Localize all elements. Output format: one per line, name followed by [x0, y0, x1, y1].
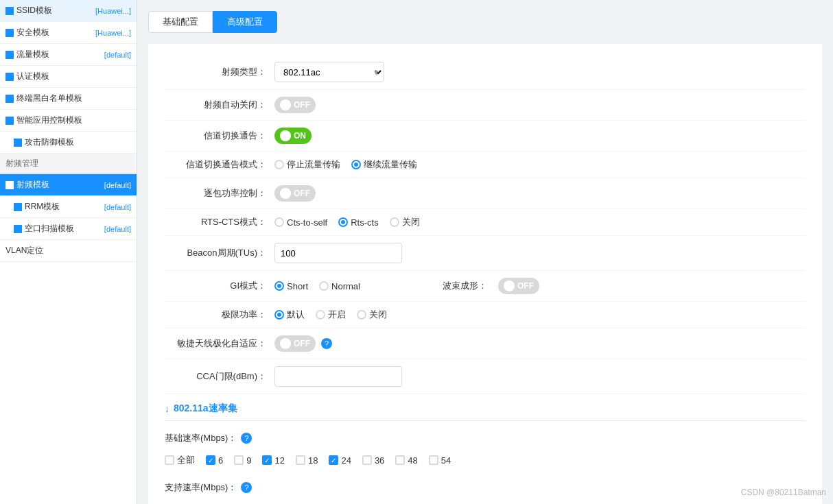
sidebar-item-blackwhite[interactable]: 终端黑白名单模板 — [0, 88, 137, 110]
control-beacon — [274, 243, 806, 263]
help-icon-antenna[interactable]: ? — [321, 338, 332, 349]
row-beacon: Beacon周期(TUs)： — [165, 236, 806, 271]
input-beacon[interactable] — [274, 243, 402, 263]
tab-bar: 基础配置 高级配置 — [148, 11, 822, 33]
square-icon-5 — [5, 95, 14, 103]
input-cca[interactable] — [274, 366, 402, 387]
rate-section-header[interactable]: ↓ 802.11a速率集 — [165, 394, 806, 420]
radio-group-rts-cts: Cts-to-self Rts-cts 关闭 — [274, 216, 420, 228]
radio-management-header: 射频管理 — [0, 154, 137, 174]
control-radio-type: 802.11ac — [274, 62, 806, 82]
label-channel-notify: 信道切换通告： — [165, 130, 274, 142]
cb-box-basic-6 — [206, 455, 215, 465]
content-area: 基础配置 高级配置 射频类型： 802.11ac — [137, 0, 833, 504]
sidebar-label-scan: 空口扫描模板 — [25, 223, 74, 235]
basic-rate-row: 全部 6 9 — [165, 450, 806, 470]
cb-basic-all[interactable]: 全部 — [165, 454, 195, 466]
tab-basic[interactable]: 基础配置 — [148, 11, 213, 33]
label-channel-switch-mode: 信道切换通告模式： — [165, 158, 274, 171]
support-rate-label: 支持速率(Mbps)： ? — [165, 476, 806, 499]
label-max-power: 极限功率： — [165, 309, 274, 321]
cb-basic-54[interactable]: 54 — [429, 455, 451, 466]
radio-enable[interactable]: 开启 — [316, 309, 346, 321]
label-gi: GI模式： — [165, 280, 274, 292]
cb-basic-6[interactable]: 6 — [206, 455, 223, 466]
control-gi: Short Normal 波束成形： OFF — [274, 278, 806, 294]
main-content: 基础配置 高级配置 射频类型： 802.11ac — [137, 0, 833, 504]
cb-basic-48[interactable]: 48 — [395, 455, 417, 466]
sidebar-label-radio-template: 射频模板 — [16, 179, 49, 191]
radio-close[interactable]: 关闭 — [390, 216, 420, 228]
radio-circle-close — [390, 217, 399, 227]
sidebar-badge-security: [Huawei...] — [95, 29, 131, 37]
select-radio-type[interactable]: 802.11ac — [274, 62, 384, 82]
radio-short[interactable]: Short — [274, 281, 308, 291]
form-section: 射频类型： 802.11ac 射频自动关闭： — [148, 44, 822, 504]
radio-stop-traffic[interactable]: 停止流量传输 — [274, 158, 340, 171]
help-icon-support-rate[interactable]: ? — [241, 482, 252, 493]
sidebar-item-radio-template[interactable]: 射频模板 [default] — [0, 174, 137, 196]
label-cca: CCA门限(dBm)： — [165, 370, 274, 383]
sidebar-label-blackwhite: 终端黑白名单模板 — [16, 93, 82, 104]
sidebar-item-appcontrol[interactable]: 智能应用控制模板 — [0, 110, 137, 132]
cb-basic-24[interactable]: 24 — [329, 455, 351, 466]
radio-normal[interactable]: Normal — [319, 281, 360, 291]
toggle-dot-beam — [504, 280, 515, 291]
sidebar-item-security[interactable]: 安全模板 [Huawei...] — [0, 22, 137, 44]
label-beam: 波束成形： — [443, 280, 487, 292]
cb-basic-9[interactable]: 9 — [234, 455, 251, 466]
sidebar-label-security: 安全模板 — [16, 27, 49, 38]
cb-basic-36[interactable]: 36 — [362, 455, 384, 466]
radio-disable[interactable]: 关闭 — [357, 309, 387, 321]
cb-basic-18[interactable]: 18 — [296, 455, 318, 466]
sidebar-badge-traffic: [default] — [104, 51, 131, 59]
toggle-dot-3 — [280, 188, 291, 199]
cb-box-basic-36 — [362, 455, 372, 465]
label-radio-type: 射频类型： — [165, 66, 274, 78]
toggle-channel-notify[interactable]: ON — [274, 128, 312, 144]
sidebar-badge-ssid: [Huawei...] — [95, 7, 131, 15]
sidebar-item-attack[interactable]: 攻击防御模板 — [0, 132, 137, 154]
radio-circle-enable — [316, 310, 325, 320]
divider — [165, 420, 806, 421]
radio-group-gi: Short Normal — [274, 281, 360, 291]
row-channel-switch-mode: 信道切换通告模式： 停止流量传输 继续流量传输 — [165, 152, 806, 178]
toggle-radio-auto-off[interactable]: OFF — [274, 97, 316, 113]
sidebar-item-rrm[interactable]: RRM模板 [default] — [0, 196, 137, 218]
row-max-power: 极限功率： 默认 开启 — [165, 302, 806, 328]
sidebar-item-traffic[interactable]: 流量模板 [default] — [0, 44, 137, 66]
cb-box-basic-48 — [395, 455, 405, 465]
cb-basic-12[interactable]: 12 — [262, 455, 284, 466]
cb-box-basic-18 — [296, 455, 305, 465]
label-radio-auto-off: 射频自动关闭： — [165, 99, 274, 111]
beam-forming-group: 波束成形： OFF — [443, 278, 539, 294]
sidebar-item-scan[interactable]: 空口扫描模板 [default] — [0, 218, 137, 240]
row-radio-auto-off: 射频自动关闭： OFF — [165, 90, 806, 121]
toggle-packet-power[interactable]: OFF — [274, 185, 316, 202]
sidebar: SSID模板 [Huawei...] 安全模板 [Huawei...] 流量模板… — [0, 0, 137, 504]
toggle-dot — [280, 99, 291, 110]
square-icon-3 — [5, 51, 14, 59]
radio-rts-cts[interactable]: Rts-cts — [338, 217, 378, 228]
cb-box-basic-12 — [262, 455, 272, 465]
toggle-dot-2 — [280, 130, 291, 141]
row-gi-beam: GI模式： Short Normal — [165, 271, 806, 302]
tab-advanced[interactable]: 高级配置 — [213, 11, 277, 33]
square-icon-6 — [5, 117, 14, 125]
help-icon-basic-rate[interactable]: ? — [241, 433, 252, 444]
label-antenna: 敏捷天线极化自适应： — [165, 337, 274, 350]
toggle-antenna[interactable]: OFF — [274, 335, 316, 352]
sidebar-item-ssid[interactable]: SSID模板 [Huawei...] — [0, 0, 137, 22]
label-packet-power: 逐包功率控制： — [165, 187, 274, 200]
sidebar-label-traffic: 流量模板 — [16, 49, 49, 60]
radio-circle-continue — [351, 160, 361, 169]
toggle-beam[interactable]: OFF — [498, 278, 539, 294]
rate-section-label: 802.11a速率集 — [174, 403, 237, 415]
radio-cts-to-self[interactable]: Cts-to-self — [274, 217, 327, 228]
radio-continue-traffic[interactable]: 继续流量传输 — [351, 158, 417, 171]
radio-default[interactable]: 默认 — [274, 309, 305, 321]
sidebar-item-auth[interactable]: 认证模板 — [0, 66, 137, 88]
control-cca — [274, 366, 806, 387]
sidebar-item-vlan[interactable]: VLAN定位 — [0, 240, 137, 262]
control-packet-power: OFF — [274, 185, 806, 202]
